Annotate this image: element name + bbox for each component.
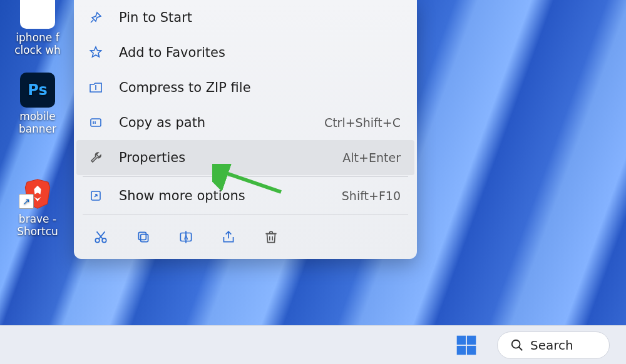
desktop-icon-label: iphone f clock wh bbox=[6, 31, 69, 57]
menu-item-label: Copy as path bbox=[119, 115, 309, 130]
menu-item-shortcut: Ctrl+Shift+C bbox=[324, 116, 401, 129]
svg-rect-11 bbox=[138, 232, 146, 240]
menu-item-show-more-options[interactable]: Show more options Shift+F10 bbox=[74, 178, 417, 213]
menu-item-properties[interactable]: Properties Alt+Enter bbox=[76, 140, 414, 175]
svg-point-26 bbox=[512, 340, 520, 348]
menu-item-label: Pin to Start bbox=[119, 10, 401, 25]
share-icon[interactable] bbox=[219, 228, 238, 246]
svg-line-27 bbox=[519, 346, 523, 350]
search-icon bbox=[510, 338, 524, 352]
desktop-icon-txt[interactable]: iphone f clock wh bbox=[6, 0, 69, 57]
svg-rect-23 bbox=[467, 335, 476, 344]
desktop-icon-label: brave - Shortcu bbox=[6, 213, 69, 238]
svg-rect-2 bbox=[91, 119, 101, 126]
desktop-icon-photoshop[interactable]: Ps mobile banner bbox=[6, 73, 69, 136]
photoshop-icon: Ps bbox=[20, 73, 55, 108]
expand-icon bbox=[88, 188, 104, 204]
start-button[interactable] bbox=[453, 332, 480, 358]
menu-item-compress-zip[interactable]: Compress to ZIP file bbox=[74, 70, 417, 105]
svg-line-0 bbox=[91, 20, 93, 23]
star-icon bbox=[88, 44, 104, 61]
menu-footer: A bbox=[74, 216, 417, 254]
menu-separator bbox=[83, 176, 408, 177]
menu-item-label: Show more options bbox=[119, 188, 327, 203]
menu-item-label: Add to Favorites bbox=[119, 45, 401, 60]
menu-item-label: Compress to ZIP file bbox=[119, 80, 401, 95]
cut-icon[interactable] bbox=[91, 228, 110, 246]
path-icon bbox=[88, 114, 104, 131]
menu-item-add-favorites[interactable]: Add to Favorites bbox=[74, 35, 417, 70]
search-label: Search bbox=[530, 338, 573, 353]
menu-item-label: Properties bbox=[119, 150, 327, 165]
menu-item-shortcut: Alt+Enter bbox=[342, 151, 401, 164]
svg-rect-25 bbox=[467, 345, 476, 354]
desktop-icon-brave[interactable]: ↗ brave - Shortcu bbox=[6, 175, 69, 238]
taskbar-search[interactable]: Search bbox=[497, 331, 610, 359]
pin-icon bbox=[88, 9, 104, 26]
brave-icon: ↗ bbox=[20, 175, 55, 210]
menu-separator bbox=[83, 215, 408, 215]
zip-icon bbox=[88, 79, 104, 96]
svg-rect-24 bbox=[457, 345, 466, 354]
context-menu: Pin to Start Add to Favorites Compress t… bbox=[74, 0, 417, 259]
menu-item-shortcut: Shift+F10 bbox=[342, 189, 401, 203]
desktop: iphone f clock wh Ps mobile banner ↗ bra… bbox=[0, 0, 626, 364]
shortcut-overlay-icon: ↗ bbox=[19, 194, 34, 209]
taskbar: Search bbox=[0, 325, 626, 364]
svg-rect-10 bbox=[141, 235, 148, 242]
rename-icon[interactable]: A bbox=[177, 228, 195, 246]
text-file-icon bbox=[20, 0, 55, 29]
menu-item-copy-as-path[interactable]: Copy as path Ctrl+Shift+C bbox=[74, 105, 417, 140]
windows-logo-icon bbox=[455, 334, 478, 356]
delete-icon[interactable] bbox=[262, 228, 280, 246]
menu-item-pin-to-start[interactable]: Pin to Start bbox=[74, 0, 417, 35]
wrench-icon bbox=[88, 149, 104, 166]
svg-rect-22 bbox=[457, 335, 466, 344]
copy-icon[interactable] bbox=[134, 228, 153, 246]
desktop-icon-label: mobile banner bbox=[6, 110, 69, 136]
